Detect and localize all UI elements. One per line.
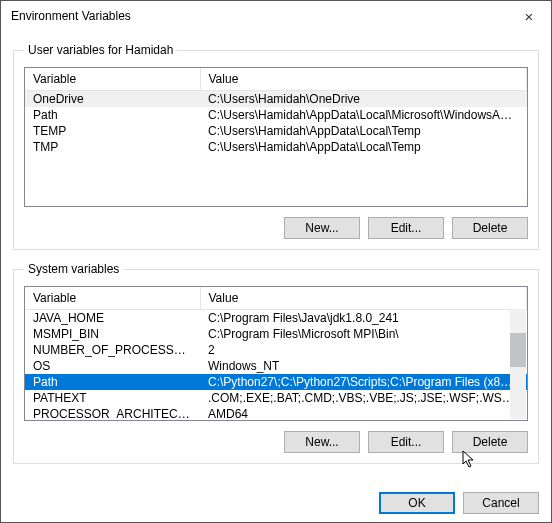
table-row[interactable]: PROCESSOR_ARCHITECTUREAMD64 <box>25 406 527 421</box>
column-header-variable[interactable]: Variable <box>25 287 200 310</box>
system-variables-listbox[interactable]: Variable Value JAVA_HOMEC:\Program Files… <box>24 286 528 421</box>
cell-value: .COM;.EXE;.BAT;.CMD;.VBS;.VBE;.JS;.JSE;.… <box>200 390 527 406</box>
user-buttons-row: New... Edit... Delete <box>24 217 528 239</box>
table-row[interactable]: TMPC:\Users\Hamidah\AppData\Local\Temp <box>25 139 527 155</box>
cell-value: C:\Python27\;C:\Python27\Scripts;C:\Prog… <box>200 374 527 390</box>
cell-variable: Path <box>25 107 200 123</box>
cell-value: AMD64 <box>200 406 527 421</box>
cell-value: C:\Users\Hamidah\AppData\Local\Temp <box>200 139 527 155</box>
cell-value: C:\Users\Hamidah\OneDrive <box>200 91 527 108</box>
system-new-button[interactable]: New... <box>284 431 360 453</box>
cancel-button[interactable]: Cancel <box>463 492 539 514</box>
table-row[interactable]: PathC:\Python27\;C:\Python27\Scripts;C:\… <box>25 374 527 390</box>
table-row[interactable]: PathC:\Users\Hamidah\AppData\Local\Micro… <box>25 107 527 123</box>
close-button[interactable]: × <box>507 1 551 31</box>
scrollbar-thumb[interactable] <box>510 333 526 367</box>
cell-value: C:\Users\Hamidah\AppData\Local\Temp <box>200 123 527 139</box>
cell-value: C:\Users\Hamidah\AppData\Local\Microsoft… <box>200 107 527 123</box>
table-row[interactable]: MSMPI_BINC:\Program Files\Microsoft MPI\… <box>25 326 527 342</box>
user-edit-button[interactable]: Edit... <box>368 217 444 239</box>
cell-value: C:\Program Files\Microsoft MPI\Bin\ <box>200 326 527 342</box>
cell-variable: MSMPI_BIN <box>25 326 200 342</box>
user-delete-button[interactable]: Delete <box>452 217 528 239</box>
dialog-buttons: OK Cancel <box>1 486 551 514</box>
cell-variable: NUMBER_OF_PROCESSORS <box>25 342 200 358</box>
cell-variable: OneDrive <box>25 91 200 108</box>
cell-variable: TEMP <box>25 123 200 139</box>
cell-variable: PATHEXT <box>25 390 200 406</box>
table-row[interactable]: PATHEXT.COM;.EXE;.BAT;.CMD;.VBS;.VBE;.JS… <box>25 390 527 406</box>
column-header-value[interactable]: Value <box>200 287 527 310</box>
system-variables-group: System variables Variable Value JAVA_HOM… <box>13 262 539 464</box>
table-row[interactable]: OSWindows_NT <box>25 358 527 374</box>
cell-variable: OS <box>25 358 200 374</box>
table-row[interactable]: OneDriveC:\Users\Hamidah\OneDrive <box>25 91 527 108</box>
table-row[interactable]: TEMPC:\Users\Hamidah\AppData\Local\Temp <box>25 123 527 139</box>
system-delete-button[interactable]: Delete <box>452 431 528 453</box>
cell-value: C:\Program Files\Java\jdk1.8.0_241 <box>200 310 527 327</box>
cell-variable: JAVA_HOME <box>25 310 200 327</box>
table-row[interactable]: JAVA_HOMEC:\Program Files\Java\jdk1.8.0_… <box>25 310 527 327</box>
cell-value: 2 <box>200 342 527 358</box>
user-new-button[interactable]: New... <box>284 217 360 239</box>
column-header-variable[interactable]: Variable <box>25 68 200 91</box>
cell-value: Windows_NT <box>200 358 527 374</box>
cell-variable: Path <box>25 374 200 390</box>
cell-variable: TMP <box>25 139 200 155</box>
user-variables-group: User variables for Hamidah Variable Valu… <box>13 43 539 250</box>
column-header-value[interactable]: Value <box>200 68 527 91</box>
system-variables-legend: System variables <box>24 262 123 276</box>
cell-variable: PROCESSOR_ARCHITECTURE <box>25 406 200 421</box>
table-row[interactable]: NUMBER_OF_PROCESSORS2 <box>25 342 527 358</box>
close-icon: × <box>525 8 534 25</box>
titlebar: Environment Variables × <box>1 1 551 31</box>
window-title: Environment Variables <box>11 9 507 23</box>
user-variables-listbox[interactable]: Variable Value OneDriveC:\Users\Hamidah\… <box>24 67 528 207</box>
user-variables-legend: User variables for Hamidah <box>24 43 177 57</box>
system-buttons-row: New... Edit... Delete <box>24 431 528 453</box>
ok-button[interactable]: OK <box>379 492 455 514</box>
system-edit-button[interactable]: Edit... <box>368 431 444 453</box>
